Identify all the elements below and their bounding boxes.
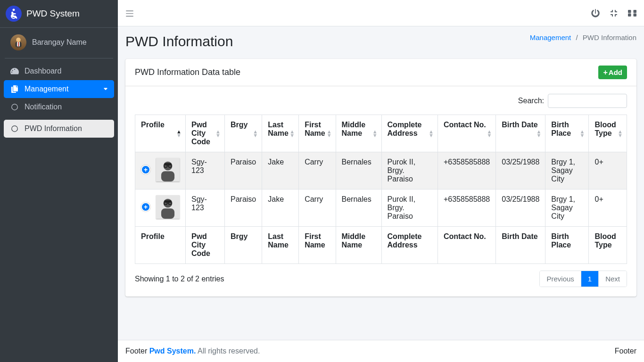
breadcrumb: Management / PWD Information [530,33,636,41]
th-pwd-city-code[interactable]: Pwd City Code▲▼ [186,115,225,152]
th-middle-name[interactable]: Middle Name▲▼ [336,115,381,152]
expand-row-button[interactable]: + [141,165,150,174]
cell-middle-name: Bernales [336,152,381,189]
table-row: +Sgy-123ParaisoJakeCarryBernalesPurok II… [135,152,627,189]
sort-icon: ▲▼ [429,130,434,137]
table-info: Showing 1 to 2 of 2 entries [135,275,224,283]
page-title: PWD Information [125,33,233,49]
breadcrumb-parent[interactable]: Management [530,33,571,41]
sort-icon: ▲▼ [176,130,182,137]
pwd-data-table: Profile▲▼ Pwd City Code▲▼ Brgy▲▼ Last Na… [135,115,627,264]
footer-right: Footer [615,347,636,355]
tf-birth-date: Birth Date [496,227,545,264]
table-row: +Sgy-123ParaisoJakeCarryBernalesPurok II… [135,189,627,227]
cell-last-name: Jake [262,189,299,227]
sidebar-item-notification[interactable]: Notification [4,98,114,116]
svg-rect-8 [161,171,174,181]
th-birth-date[interactable]: Birth Date▲▼ [496,115,545,152]
th-brgy[interactable]: Brgy▲▼ [225,115,262,152]
tf-contact-no: Contact No. [438,227,495,264]
accessibility-icon [6,6,22,22]
tf-first-name: First Name [299,227,336,264]
svg-point-0 [16,38,20,42]
main-area: PWD Information Management / PWD Informa… [118,0,644,362]
expand-row-button[interactable]: + [141,202,150,212]
sort-icon: ▲▼ [536,130,541,137]
svg-rect-3 [18,42,19,46]
tf-middle-name: Middle Name [336,227,381,264]
pagination-page-1[interactable]: 1 [581,271,598,287]
pagination-previous[interactable]: Previous [540,271,580,287]
data-card: PWD Information Data table +Add Search: … [125,59,636,296]
th-profile[interactable]: Profile▲▼ [135,115,186,152]
cell-middle-name: Bernales [336,189,381,227]
tf-birth-place: Birth Place [545,227,589,264]
cell-complete-address: Purok II, Brgy. Paraiso [381,152,438,189]
circle-icon [9,103,20,111]
tf-complete-address: Complete Address [381,227,438,264]
sidebar-item-dashboard[interactable]: Dashboard [4,62,114,80]
sidebar-item-management[interactable]: Management [4,80,114,98]
cell-blood-type: 0+ [589,189,627,227]
footer: Footer Pwd System. All rights reserved. … [118,340,644,362]
profile-thumbnail [156,195,180,219]
th-complete-address[interactable]: Complete Address▲▼ [381,115,438,152]
tf-pwd-city-code: Pwd City Code [186,227,225,264]
sidebar-item-pwd-information[interactable]: PWD Information [4,120,114,138]
pagination: Previous 1 Next [539,271,627,287]
sort-icon: ▲▼ [580,130,585,137]
compress-icon[interactable] [610,9,618,17]
cell-brgy: Paraiso [225,152,262,189]
search-input[interactable] [548,94,627,108]
sort-icon: ▲▼ [289,130,295,137]
cell-birth-date: 03/25/1988 [496,189,545,227]
plus-icon: + [603,69,607,76]
cell-last-name: Jake [262,152,299,189]
user-panel: Barangay Name [5,28,113,58]
th-first-name[interactable]: First Name▲▼ [299,115,336,152]
footer-rights: All rights reserved. [196,347,260,355]
brand-text: PWD System [26,8,80,19]
cell-contact-no: +6358585888 [438,152,495,189]
th-last-name[interactable]: Last Name▲▼ [262,115,299,152]
svg-point-5 [12,126,18,132]
user-name: Barangay Name [32,38,87,47]
footer-brand[interactable]: Pwd System. [149,347,196,355]
topbar [118,0,644,26]
user-avatar [10,34,26,50]
breadcrumb-separator: / [573,33,580,41]
cell-birth-date: 03/25/1988 [496,152,545,189]
sort-icon: ▲▼ [215,130,221,137]
sidebar: PWD System Barangay Name Dashboard Manag… [0,0,118,362]
menu-toggle-icon[interactable] [125,9,134,17]
tachometer-icon [9,67,20,75]
cell-birth-place: Brgy 1, Sagay City [545,152,589,189]
sort-icon: ▲▼ [487,130,492,137]
cell-brgy: Paraiso [225,189,262,227]
cell-complete-address: Purok II, Brgy. Paraiso [381,189,438,227]
cell-pwd-city-code: Sgy-123 [186,189,225,227]
pagination-next[interactable]: Next [598,271,627,287]
cell-first-name: Carry [299,189,336,227]
brand-link[interactable]: PWD System [0,0,118,28]
content-header: PWD Information Management / PWD Informa… [118,26,644,54]
search-label: Search: [518,97,544,105]
card-title: PWD Information Data table [135,67,240,77]
cell-contact-no: +6358585888 [438,189,495,227]
sidebar-label: PWD Information [25,124,82,133]
sort-icon: ▲▼ [618,130,623,137]
th-blood-type[interactable]: Blood Type▲▼ [589,115,627,152]
sort-icon: ▲▼ [327,130,332,137]
tf-blood-type: Blood Type [589,227,627,264]
sidebar-label: Management [25,85,68,93]
th-birth-place[interactable]: Birth Place▲▼ [545,115,589,152]
cell-birth-place: Brgy 1, Sagay City [545,189,589,227]
chevron-down-icon [103,85,108,93]
sort-icon: ▲▼ [253,130,258,137]
profile-thumbnail [156,158,180,181]
power-icon[interactable] [591,9,600,17]
add-button[interactable]: +Add [598,66,627,79]
grid-icon[interactable] [628,9,636,17]
th-contact-no[interactable]: Contact No.▲▼ [438,115,495,152]
sidebar-label: Notification [25,103,62,111]
